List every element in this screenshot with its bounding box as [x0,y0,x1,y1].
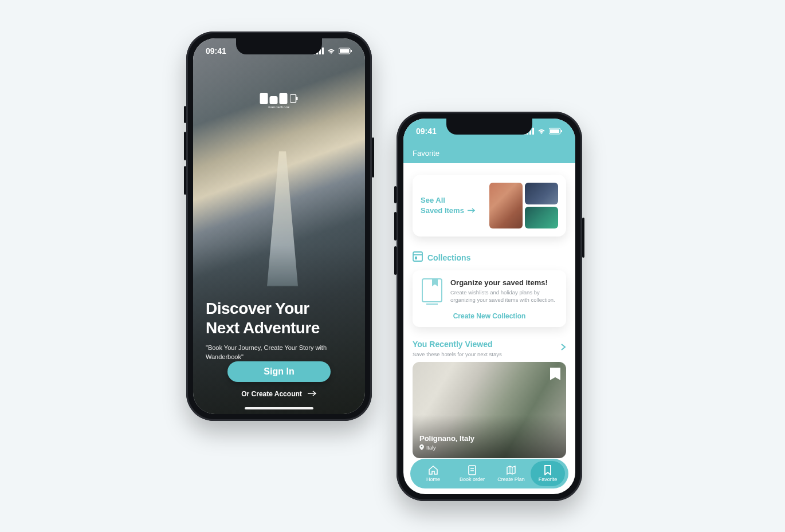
phone-onboarding: 09:41 wanderbook Discove [186,31,372,421]
collections-card-title: Organize your saved items! [450,278,557,287]
collections-card-sub: Create wishlists and holiday plans by or… [450,289,557,304]
svg-rect-22 [469,466,476,475]
svg-rect-16 [561,130,562,132]
saved-line2: Saved Items [421,206,464,216]
recently-viewed-sub: Save these hotels for your next stays [413,351,502,357]
onboarding-headline: Discover Your Next Adventure [206,299,352,338]
collections-card: Organize your saved items! Create wishli… [413,270,566,327]
saved-items-card[interactable]: See All Saved Items [413,175,566,237]
wifi-icon [327,48,336,54]
pin-icon [419,444,424,451]
tab-favorite[interactable]: Favorite [531,461,565,486]
chevron-right-icon[interactable] [560,343,566,353]
device-notch [236,38,322,54]
home-indicator [245,407,313,409]
book-icon [468,465,477,475]
wifi-icon [537,128,546,135]
app-logo: wanderbook [260,93,299,109]
svg-rect-6 [351,50,352,52]
svg-rect-13 [532,128,534,135]
tab-create-plan[interactable]: Create Plan [492,465,531,482]
thumbnail [525,207,558,228]
logo-text: wanderbook [260,105,299,109]
create-account-link[interactable]: Or Create Account [206,390,352,398]
saved-line1: See All [421,195,476,206]
battery-icon [549,128,563,135]
svg-rect-7 [291,94,296,103]
svg-rect-18 [413,252,422,261]
sign-in-button[interactable]: Sign In [227,361,331,382]
tab-home[interactable]: Home [414,465,453,482]
phone-favorite: 09:41 Favorite See A [397,112,582,501]
create-collection-button[interactable]: Create New Collection [422,312,557,320]
tab-book-order[interactable]: Book order [453,465,492,482]
svg-rect-15 [550,129,559,133]
arrow-right-icon [468,206,476,216]
arrow-right-icon [308,390,317,398]
recently-viewed-card[interactable]: Polignano, Italy Italy [413,362,566,458]
thumbnail [525,183,558,204]
svg-rect-5 [340,49,349,53]
bookmark-icon[interactable] [550,368,560,380]
collections-heading: Collections [413,251,566,263]
map-icon [506,465,516,475]
status-time: 09:41 [206,46,226,56]
svg-point-21 [421,446,423,447]
page-title: Favorite [413,149,439,157]
home-icon [428,465,438,475]
rv-card-country: Italy [426,445,436,451]
recently-viewed-heading: You Recently Viewed [413,340,502,349]
collections-icon [413,251,423,263]
device-notch [446,119,532,135]
saved-thumbnails [489,183,558,228]
svg-rect-3 [322,48,324,54]
status-time: 09:41 [416,127,437,136]
thumbnail [489,183,523,228]
tab-bar: Home Book order Create Plan [410,459,568,488]
onboarding-tagline: "Book Your Journey, Create Your Story wi… [206,344,352,361]
svg-rect-20 [415,257,417,259]
svg-rect-8 [296,97,298,100]
rv-card-title: Polignano, Italy [419,434,474,443]
bookmark-collection-icon [422,278,442,302]
bookmark-icon [544,465,552,475]
battery-icon [339,48,352,54]
